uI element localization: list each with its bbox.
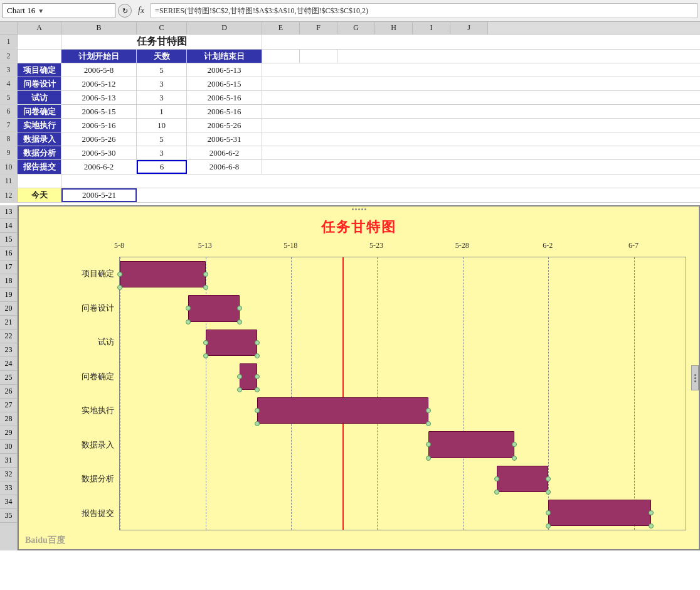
cell-8d[interactable]: 2006-5-31: [187, 132, 262, 146]
rows-area: 1 任务甘特图 2 计划开始日 天数 计划结束日 3 项目确定 2006-5-8…: [0, 35, 700, 590]
cell-3b[interactable]: 2006-5-8: [61, 63, 137, 77]
cell-10a[interactable]: 报告提交: [18, 160, 61, 174]
row-num-13: 13: [0, 205, 17, 219]
cell-2c[interactable]: 天数: [137, 50, 187, 63]
cell-1a[interactable]: [18, 35, 61, 49]
row-num-6: 6: [0, 105, 18, 118]
cell-8c[interactable]: 5: [137, 132, 187, 146]
cell-2a[interactable]: [18, 50, 61, 63]
cell-6b[interactable]: 2006-5-15: [61, 105, 137, 118]
cell-8b[interactable]: 2006-5-26: [61, 132, 137, 146]
gantt-bar-数据分析[interactable]: [497, 466, 548, 492]
bar-handle-数据分析-2[interactable]: [494, 490, 499, 495]
cell-9b[interactable]: 2006-5-30: [61, 146, 137, 159]
cell-11a: [18, 174, 61, 188]
row-num-21: 21: [0, 316, 17, 330]
bar-handle-问卷确定-3[interactable]: [255, 387, 260, 392]
bar-handle-数据分析-0[interactable]: [494, 476, 499, 481]
cell-7c[interactable]: 10: [137, 119, 187, 132]
cell-12a-today[interactable]: 今天: [18, 188, 61, 202]
bar-handle-试访-3[interactable]: [255, 353, 260, 358]
bar-handle-试访-0[interactable]: [203, 340, 208, 345]
cell-3d[interactable]: 2006-5-13: [187, 63, 262, 77]
cell-9a[interactable]: 数据分析: [18, 146, 61, 159]
chart-drag-handle-top[interactable]: [343, 206, 374, 212]
cell-10d[interactable]: 2006-6-8: [187, 160, 262, 174]
row-num-15: 15: [0, 233, 17, 247]
bar-handle-报告提交-1[interactable]: [649, 510, 654, 515]
x-label-5-23: 5-23: [369, 241, 383, 250]
cell-7b[interactable]: 2006-5-16: [61, 119, 137, 132]
bar-handle-试访-2[interactable]: [203, 353, 208, 358]
cell-6c[interactable]: 1: [137, 105, 187, 118]
cell-3c[interactable]: 5: [137, 63, 187, 77]
cell-9c[interactable]: 3: [137, 146, 187, 159]
bar-handle-问卷确定-2[interactable]: [237, 387, 242, 392]
cell-5d[interactable]: 2006-5-16: [187, 91, 262, 104]
bar-handle-问卷设计-2[interactable]: [186, 319, 191, 324]
bar-handle-实地执行-2[interactable]: [255, 421, 260, 426]
row-num-header: [0, 22, 18, 34]
cell-5a[interactable]: 试访: [18, 91, 61, 104]
cell-4c[interactable]: 3: [137, 77, 187, 90]
row-num-23: 23: [0, 343, 17, 357]
bar-handle-试访-1[interactable]: [255, 340, 260, 345]
cell-3a[interactable]: 项目确定: [18, 63, 61, 77]
bar-handle-项目确定-3[interactable]: [203, 285, 208, 290]
row-8: 8 数据录入 2006-5-26 5 2006-5-31: [0, 132, 700, 146]
cell-6d[interactable]: 2006-5-16: [187, 105, 262, 118]
cell-8a[interactable]: 数据录入: [18, 132, 61, 146]
row-num-8: 8: [0, 132, 18, 146]
cell-9d[interactable]: 2006-6-2: [187, 146, 262, 159]
cell-2e: [262, 50, 300, 63]
cell-10c[interactable]: 6: [137, 160, 187, 174]
y-label-5: 实地执行: [25, 394, 119, 428]
gantt-bar-项目确定[interactable]: [120, 261, 206, 287]
fx-label: fx: [134, 6, 148, 16]
bar-handle-数据录入-1[interactable]: [512, 442, 517, 447]
row-num-26: 26: [0, 385, 17, 399]
bar-handle-数据分析-1[interactable]: [546, 476, 551, 481]
cell-2b[interactable]: 计划开始日: [61, 50, 137, 63]
cell-7a[interactable]: 实地执行: [18, 119, 61, 132]
bar-handle-项目确定-2[interactable]: [117, 285, 122, 290]
cell-4d[interactable]: 2006-5-15: [187, 77, 262, 90]
gantt-bar-实地执行[interactable]: [257, 397, 428, 424]
chart-name-box[interactable]: Chart 16 ▼: [3, 3, 115, 18]
bar-handle-问卷确定-1[interactable]: [255, 374, 260, 379]
cell-2d[interactable]: 计划结束日: [187, 50, 262, 63]
cell-5b[interactable]: 2006-5-13: [61, 91, 137, 104]
row-num-17: 17: [0, 260, 17, 274]
cell-12b-today-date[interactable]: 2006-5-21: [61, 188, 137, 202]
cell-10b[interactable]: 2006-6-2: [61, 160, 137, 174]
bar-handle-数据录入-2[interactable]: [426, 456, 431, 461]
row-num-14: 14: [0, 219, 17, 233]
bar-handle-数据录入-3[interactable]: [512, 456, 517, 461]
bar-handle-实地执行-0[interactable]: [255, 408, 260, 413]
row-num-27: 27: [0, 399, 17, 412]
gantt-bar-报告提交[interactable]: [548, 500, 651, 526]
cell-4a[interactable]: 问卷设计: [18, 77, 61, 90]
cell-6a[interactable]: 问卷确定: [18, 105, 61, 118]
y-label-7: 数据分析: [25, 462, 119, 496]
row-num-22: 22: [0, 330, 17, 343]
gantt-bar-数据录入[interactable]: [428, 431, 514, 458]
bar-handle-报告提交-3[interactable]: [649, 523, 654, 528]
gantt-bar-试访[interactable]: [206, 330, 257, 356]
cell-4b[interactable]: 2006-5-12: [61, 77, 137, 90]
bar-handle-数据分析-3[interactable]: [546, 490, 551, 495]
bar-handle-实地执行-1[interactable]: [426, 408, 431, 413]
cell-7d[interactable]: 2006-5-26: [187, 119, 262, 132]
chart-resize-handle[interactable]: [691, 365, 699, 390]
refresh-button[interactable]: ↻: [118, 4, 132, 18]
cell-5c[interactable]: 3: [137, 91, 187, 104]
chart-name-dropdown-icon[interactable]: ▼: [38, 8, 44, 14]
bar-handle-实地执行-3[interactable]: [426, 421, 431, 426]
gantt-chart[interactable]: 任务甘特图 5-85-135-185-235-286-26-7 项目确定 问卷设…: [18, 205, 700, 550]
bar-handle-报告提交-2[interactable]: [546, 523, 551, 528]
formula-bar[interactable]: =SERIES(甘特图!$C$2,甘特图!$A$3:$A$10,甘特图!$C$3…: [151, 3, 697, 18]
bar-handle-问卷设计-1[interactable]: [237, 306, 242, 311]
bar-handle-项目确定-1[interactable]: [203, 272, 208, 277]
bar-handle-问卷设计-3[interactable]: [237, 319, 242, 324]
gantt-bar-问卷设计[interactable]: [188, 295, 240, 321]
